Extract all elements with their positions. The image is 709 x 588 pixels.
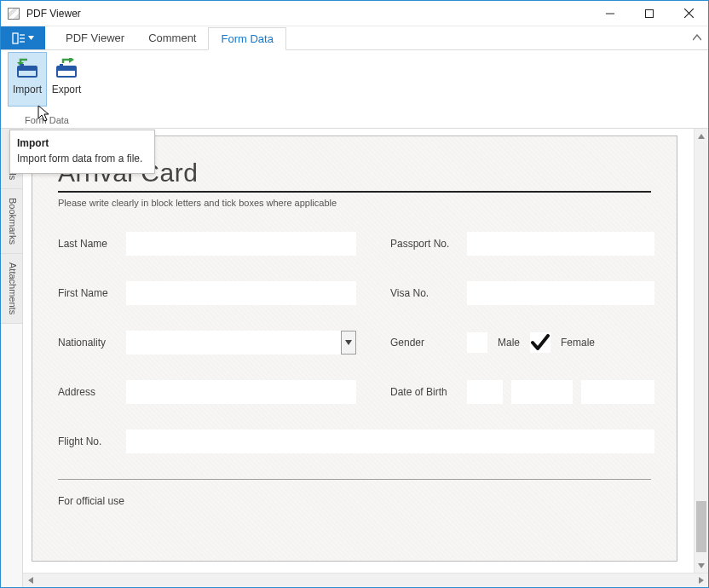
select-nationality[interactable] [126, 331, 356, 355]
scroll-up-button[interactable] [695, 129, 708, 143]
tab-comment[interactable]: Comment [136, 26, 208, 49]
file-tab-icon [12, 32, 26, 44]
scroll-down-button[interactable] [695, 558, 708, 573]
input-last-name[interactable] [126, 232, 356, 256]
label-gender: Gender [390, 337, 467, 349]
close-icon [684, 9, 694, 18]
svg-rect-4 [13, 33, 18, 43]
minimize-icon [606, 9, 614, 18]
input-flight-no[interactable] [126, 429, 654, 453]
label-passport-no: Passport No. [390, 238, 467, 250]
ribbon-tab-row: PDF Viewer Comment Form Data [1, 26, 708, 50]
svg-rect-16 [60, 64, 63, 67]
title-bar: PDF Viewer [1, 1, 708, 26]
window-title: PDF Viewer [26, 8, 81, 20]
official-use-section: For official use [58, 479, 651, 507]
label-nationality: Nationality [58, 337, 126, 349]
input-dob-day[interactable] [467, 380, 503, 404]
form-instruction: Please write clearly in block letters an… [58, 198, 651, 208]
tooltip: Import Import form data from a file. [9, 130, 155, 174]
input-passport-no[interactable] [467, 232, 654, 256]
label-address: Address [58, 386, 126, 398]
check-icon [531, 334, 550, 351]
side-panel: humbnails Bookmarks Attachments [1, 129, 23, 587]
sidetab-attachments[interactable]: Attachments [1, 254, 22, 324]
label-visa-no: Visa No. [390, 287, 467, 299]
tab-pdf-viewer[interactable]: PDF Viewer [54, 26, 136, 49]
minimize-button[interactable] [591, 1, 630, 26]
ribbon-group-form-data: Import Export Form Data [6, 52, 88, 128]
input-visa-no[interactable] [467, 281, 654, 305]
maximize-icon [645, 9, 654, 18]
import-label: Import [13, 84, 42, 95]
chevron-up-icon [693, 34, 701, 41]
close-button[interactable] [669, 1, 708, 26]
input-dob-year[interactable] [581, 380, 654, 404]
export-icon [55, 58, 78, 78]
vertical-scrollbar[interactable] [694, 129, 708, 573]
svg-marker-18 [698, 134, 705, 139]
chevron-up-icon [698, 134, 705, 139]
chevron-down-icon [698, 563, 705, 568]
svg-marker-17 [345, 340, 352, 345]
label-dob: Date of Birth [390, 386, 467, 398]
export-label: Export [52, 84, 82, 95]
dropdown-button[interactable] [341, 331, 356, 355]
scroll-right-button[interactable] [694, 574, 708, 587]
svg-rect-1 [646, 9, 654, 17]
chevron-down-icon [28, 36, 34, 40]
input-address[interactable] [126, 380, 356, 404]
checkbox-female[interactable] [530, 332, 550, 353]
label-flight-no: Flight No. [58, 435, 126, 447]
svg-rect-12 [20, 64, 24, 67]
label-last-name: Last Name [58, 238, 126, 250]
tooltip-title: Import [17, 135, 142, 151]
label-male: Male [498, 337, 520, 349]
label-first-name: First Name [58, 287, 126, 299]
import-icon [15, 58, 39, 78]
svg-marker-21 [699, 577, 704, 584]
input-first-name[interactable] [126, 281, 356, 305]
scroll-thumb[interactable] [696, 501, 706, 552]
content-area: humbnails Bookmarks Attachments Arrival … [1, 129, 708, 587]
file-tab[interactable] [1, 26, 45, 49]
import-button[interactable]: Import [8, 52, 47, 107]
tab-form-data[interactable]: Form Data [208, 27, 285, 50]
label-official-use: For official use [58, 495, 124, 507]
input-dob-month[interactable] [511, 380, 573, 404]
chevron-left-icon [28, 577, 33, 584]
document-viewer: Arrival Card Please write clearly in blo… [23, 129, 708, 587]
horizontal-scrollbar[interactable] [23, 573, 708, 587]
ribbon: Import Export Form Data [1, 50, 708, 129]
svg-marker-19 [698, 563, 705, 568]
svg-marker-13 [69, 58, 74, 63]
tooltip-body: Import form data from a file. [17, 151, 142, 166]
export-button[interactable]: Export [47, 52, 86, 107]
svg-marker-8 [28, 36, 34, 40]
app-icon [8, 8, 20, 20]
chevron-down-icon [345, 340, 352, 345]
ribbon-group-label: Form Data [25, 115, 69, 125]
scroll-left-button[interactable] [23, 574, 37, 587]
label-female: Female [561, 337, 595, 349]
maximize-button[interactable] [630, 1, 669, 26]
svg-marker-20 [28, 577, 33, 584]
collapse-ribbon-button[interactable] [693, 32, 701, 43]
chevron-right-icon [699, 577, 704, 584]
checkbox-male[interactable] [467, 332, 487, 353]
pdf-page: Arrival Card Please write clearly in blo… [32, 135, 677, 562]
app-window: PDF Viewer PDF Viewer Comment Form Data [0, 0, 709, 588]
scroll-track[interactable] [695, 143, 708, 558]
sidetab-bookmarks[interactable]: Bookmarks [1, 189, 22, 254]
